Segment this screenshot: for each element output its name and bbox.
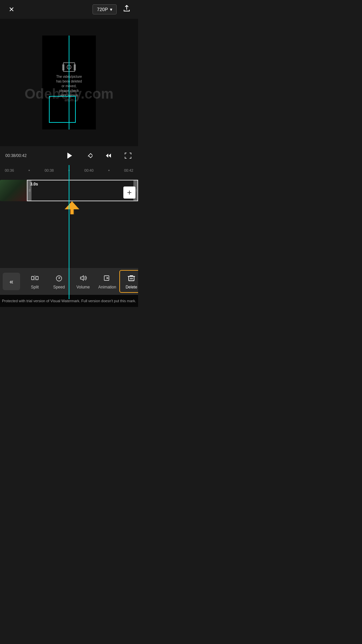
speed-icon xyxy=(55,273,63,283)
diamond-button[interactable]: + xyxy=(82,150,95,162)
arrow-stem-shape xyxy=(69,209,75,215)
split-label: Split xyxy=(31,285,39,289)
arrow-up-shape xyxy=(65,201,79,209)
header: ✕ 720P ▾ xyxy=(0,0,138,19)
export-icon xyxy=(123,6,131,14)
ruler-time-3: 00:42 xyxy=(122,168,135,172)
export-button[interactable] xyxy=(121,2,133,16)
ruler-dot-1 xyxy=(28,170,30,171)
playback-controls: 00:38/00:42 + xyxy=(0,146,138,165)
back-icon: « xyxy=(9,278,13,285)
svg-marker-0 xyxy=(67,153,72,159)
volume-icon xyxy=(79,273,87,283)
chevron-down-icon: ▾ xyxy=(110,7,112,12)
resolution-button[interactable]: 720P ▾ xyxy=(93,4,117,14)
play-button[interactable] xyxy=(62,149,76,162)
upload-arrow xyxy=(65,201,79,215)
toolbar-item-delete[interactable]: Delete xyxy=(119,270,138,293)
toolbar-item-animation[interactable]: Animation xyxy=(95,271,119,292)
clip-before-img xyxy=(0,180,27,201)
ruler-time-0: 00:36 xyxy=(3,168,16,172)
volume-label: Volume xyxy=(76,285,90,289)
playhead-main xyxy=(69,165,69,299)
ruler-dot-3 xyxy=(108,170,110,171)
fullscreen-button[interactable] xyxy=(122,150,134,162)
rewind-button[interactable] xyxy=(103,150,115,162)
selection-box xyxy=(49,96,76,123)
speed-label: Speed xyxy=(53,285,65,289)
toolbar-item-speed[interactable]: Speed xyxy=(47,271,71,292)
close-button[interactable]: ✕ xyxy=(5,3,17,15)
delete-label: Delete xyxy=(126,285,137,289)
video-canvas: The video/picture has been deleted or mo… xyxy=(42,36,96,129)
split-icon xyxy=(31,273,39,283)
playhead-line-preview xyxy=(69,36,69,129)
animation-label: Animation xyxy=(98,285,116,289)
toolbar-item-volume[interactable]: Volume xyxy=(71,271,95,292)
toolbar-item-split[interactable]: Split xyxy=(23,271,47,292)
delete-icon xyxy=(127,273,136,283)
svg-marker-9 xyxy=(107,277,109,279)
back-button[interactable]: « xyxy=(3,273,20,290)
clip-before xyxy=(0,180,27,201)
svg-rect-3 xyxy=(32,276,34,280)
notice-text: Protected with trial version of Visual W… xyxy=(2,299,136,303)
ruler-time-1: 00:38 xyxy=(43,168,56,172)
clip-handle-left[interactable]: ⠿ xyxy=(27,180,32,201)
svg-point-7 xyxy=(59,278,60,279)
svg-text:+: + xyxy=(87,155,89,158)
resolution-label: 720P xyxy=(97,7,108,12)
plus-icon: + xyxy=(127,188,132,197)
preview-area: Odebery.com The video/picture has been d… xyxy=(0,19,138,146)
time-display: 00:38/00:42 xyxy=(5,153,26,158)
svg-rect-4 xyxy=(36,276,38,280)
animation-icon xyxy=(103,273,112,283)
ruler-time-2: 00:40 xyxy=(82,168,96,172)
header-right: 720P ▾ xyxy=(93,2,133,16)
svg-rect-1 xyxy=(88,154,93,158)
add-clip-button[interactable]: + xyxy=(123,186,135,199)
clip-main[interactable]: ⠿ 3.0s ⠿ Ending xyxy=(27,180,138,201)
close-icon: ✕ xyxy=(9,5,14,13)
